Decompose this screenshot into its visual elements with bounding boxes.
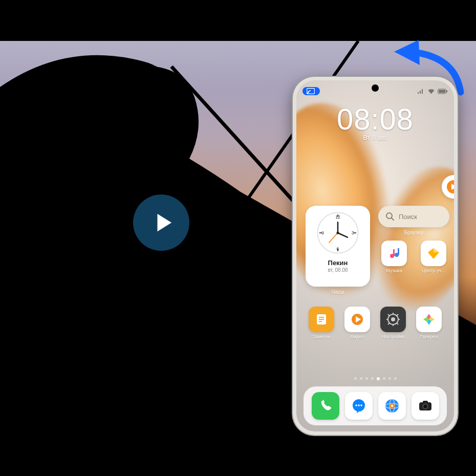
app-notes[interactable]: Заметки (306, 307, 337, 339)
video-icon (350, 312, 364, 327)
app-label: Музыка (377, 268, 412, 273)
wifi-icon (427, 89, 435, 94)
app-music[interactable]: Музыка (378, 241, 410, 273)
app-label: Видео (340, 334, 375, 339)
dock-messages-app[interactable] (345, 392, 373, 420)
dock (304, 386, 447, 425)
svg-marker-3 (394, 40, 420, 65)
svg-rect-62 (423, 401, 428, 403)
dock-camera-app[interactable] (412, 392, 439, 420)
clock-city: Пекин (328, 259, 348, 267)
svg-point-53 (355, 404, 357, 406)
svg-marker-2 (158, 214, 172, 232)
app-member-center[interactable]: Центр уч... (418, 241, 449, 273)
svg-line-44 (388, 314, 390, 316)
search-placeholder: Поиск (399, 213, 417, 221)
notes-icon (314, 312, 329, 327)
svg-point-39 (391, 317, 395, 321)
search-widget-wrapper: Поиск Браузер (378, 206, 449, 235)
clock-date: Вт, 8 авг. (296, 134, 454, 141)
phone-device: 08:08 Вт, 8 авг. (293, 77, 458, 435)
app-label: Галерея (412, 334, 446, 339)
status-bar (302, 85, 448, 97)
svg-rect-7 (446, 90, 447, 92)
lock-clock: 08:08 Вт, 8 авг. (296, 102, 454, 141)
search-widget-label: Браузер (378, 230, 449, 235)
play-button[interactable] (133, 194, 189, 251)
clock-widget-wrapper: 123 69 Пекин вт, 08.08 Часы (306, 206, 370, 295)
svg-point-64 (423, 405, 427, 408)
svg-line-45 (397, 323, 398, 324)
svg-point-60 (391, 405, 393, 407)
svg-text:3: 3 (352, 230, 354, 235)
app-gallery[interactable]: Галерея (413, 307, 445, 339)
svg-rect-29 (398, 248, 399, 255)
casting-indicator[interactable] (302, 87, 320, 95)
svg-point-55 (360, 404, 362, 406)
phone-home-screen[interactable]: 08:08 Вт, 8 авг. (296, 80, 454, 431)
message-icon (351, 398, 367, 414)
svg-text:12: 12 (335, 214, 340, 220)
app-settings[interactable]: Настройки (377, 307, 409, 339)
globe-icon (384, 398, 400, 414)
clock-time: 08:08 (296, 102, 454, 136)
gallery-icon (422, 312, 436, 327)
music-icon (386, 246, 402, 261)
svg-text:9: 9 (321, 230, 324, 235)
cast-icon (307, 88, 315, 94)
dock-phone-app[interactable] (312, 392, 339, 420)
svg-line-24 (392, 218, 394, 220)
video-play-icon (446, 179, 454, 194)
camera-icon (418, 398, 433, 414)
app-video[interactable]: Видео (341, 307, 373, 339)
diamond-icon (426, 246, 441, 261)
play-icon (152, 211, 175, 234)
clock-city-date: вт, 08.08 (328, 267, 348, 273)
svg-rect-27 (393, 249, 395, 256)
gear-icon (385, 312, 401, 327)
svg-rect-6 (439, 90, 445, 93)
svg-line-46 (397, 314, 398, 316)
signal-icon (417, 89, 425, 94)
app-label: Центр уч... (416, 268, 451, 273)
search-widget[interactable]: Поиск (378, 206, 449, 227)
svg-text:6: 6 (337, 246, 339, 251)
svg-marker-31 (434, 248, 439, 252)
analog-clock-icon: 123 69 (316, 211, 360, 255)
page-indicator[interactable] (296, 377, 454, 380)
clock-widget-label: Часы (306, 289, 370, 295)
app-label: Настройки (376, 334, 410, 339)
svg-line-47 (388, 323, 390, 324)
svg-point-54 (358, 404, 360, 406)
search-icon (385, 212, 395, 221)
app-label: Заметки (304, 334, 339, 339)
clock-widget[interactable]: 123 69 Пекин вт, 08.08 (306, 206, 370, 287)
phone-icon (318, 398, 333, 414)
battery-icon (438, 89, 448, 94)
svg-point-22 (336, 231, 339, 234)
dock-browser-app[interactable] (378, 392, 406, 420)
